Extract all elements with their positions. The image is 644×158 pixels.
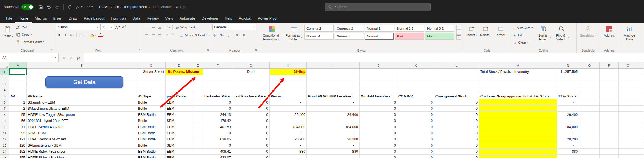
- cell-A15[interactable]: 155: [9, 155, 27, 158]
- cell-M8[interactable]: [479, 112, 557, 118]
- cell-P8[interactable]: [600, 112, 619, 118]
- cell-A6[interactable]: 1: [9, 99, 27, 106]
- cell-N14[interactable]: 880: [557, 149, 579, 155]
- font-dialog-launcher-icon[interactable]: [138, 49, 141, 52]
- cell-F1[interactable]: [203, 69, 232, 75]
- align-bottom-button[interactable]: [157, 24, 163, 30]
- cell-B7[interactable]: $Maschinenstillstand EBM: [27, 106, 137, 112]
- cell-M3[interactable]: [479, 81, 557, 87]
- cell-C8[interactable]: EBM Bottle: [137, 112, 166, 118]
- share-mail-button[interactable]: ▾: [84, 4, 94, 11]
- cell-E12[interactable]: [193, 136, 203, 142]
- cell-M11[interactable]: [479, 130, 557, 136]
- cell-C5[interactable]: AV Type: [137, 93, 166, 99]
- cell-A7[interactable]: 2: [9, 106, 27, 112]
- cell-style-normal[interactable]: Normal: [365, 33, 394, 40]
- fill-button[interactable]: Fill▾: [512, 32, 534, 38]
- bold-button[interactable]: B: [56, 32, 62, 38]
- cell-C9[interactable]: Bottle: [137, 118, 166, 124]
- column-header-O[interactable]: O: [579, 62, 600, 69]
- cell-L13[interactable]: 0: [434, 142, 479, 149]
- cell-F2[interactable]: [203, 75, 232, 81]
- cell-D15[interactable]: EBM: [166, 155, 193, 158]
- cell-Q14[interactable]: [619, 149, 638, 155]
- cell-N11[interactable]: -: [557, 130, 579, 136]
- cell-C3[interactable]: [137, 81, 166, 87]
- paste-button[interactable]: Paste▾: [1, 24, 14, 48]
- cell-O4[interactable]: [579, 87, 600, 93]
- cell-N1[interactable]: 11,257,505: [557, 69, 579, 75]
- cell-J7[interactable]: 0: [360, 106, 397, 112]
- cell-P9[interactable]: [600, 118, 619, 124]
- cell-style-normal-2[interactable]: Normal 2: [365, 25, 394, 32]
- cell-K11[interactable]: 0: [397, 130, 434, 136]
- cell-L9[interactable]: 0: [434, 118, 479, 124]
- row-header-1[interactable]: 1: [0, 69, 9, 75]
- cell-K3[interactable]: [397, 81, 434, 87]
- cell-P6[interactable]: [600, 99, 619, 106]
- align-top-button[interactable]: [144, 24, 150, 30]
- cell-E10[interactable]: [193, 124, 203, 130]
- cell-E5[interactable]: [193, 93, 203, 99]
- cell-H13[interactable]: -: [270, 142, 307, 149]
- cell-N4[interactable]: [557, 87, 579, 93]
- redo-button[interactable]: [53, 4, 61, 11]
- cell-I6[interactable]: -: [307, 99, 360, 106]
- cell-Q4[interactable]: [619, 87, 638, 93]
- cell-Q6[interactable]: [619, 99, 638, 106]
- cell-G1[interactable]: Date: [232, 69, 270, 75]
- cell-L3[interactable]: [434, 81, 479, 87]
- cell-C7[interactable]: Bottle: [137, 106, 166, 112]
- cell-A4[interactable]: [9, 87, 27, 93]
- cell-C6[interactable]: Bottle: [137, 99, 166, 106]
- cell-K15[interactable]: 0: [397, 155, 434, 158]
- column-header-H[interactable]: H: [270, 62, 307, 69]
- search-box[interactable]: Search: [325, 3, 431, 11]
- cell-F4[interactable]: [203, 87, 232, 93]
- column-header-I[interactable]: I: [307, 62, 360, 69]
- column-header-B[interactable]: B: [27, 62, 137, 69]
- cell-A14[interactable]: 152: [9, 149, 27, 155]
- cell-K14[interactable]: 0: [397, 149, 434, 155]
- autosave-toggle[interactable]: AutoSave On: [4, 4, 34, 10]
- cell-Q2[interactable]: [619, 75, 638, 81]
- cell-D13[interactable]: SBM: [166, 142, 193, 149]
- cell-H6[interactable]: -: [270, 99, 307, 106]
- cell-M2[interactable]: [479, 75, 557, 81]
- cell-J13[interactable]: 0: [360, 142, 397, 149]
- cell-P1[interactable]: [600, 69, 619, 75]
- column-header-N[interactable]: N: [557, 62, 579, 69]
- clipboard-dialog-launcher-icon[interactable]: [50, 49, 53, 52]
- cell-Q1[interactable]: [619, 69, 638, 75]
- cell-P4[interactable]: [600, 87, 619, 93]
- cell-G12[interactable]: 0: [232, 136, 270, 142]
- menu-tab-formulas[interactable]: Formulas: [108, 14, 129, 23]
- menu-tab-power-pivot[interactable]: Power Pivot: [255, 14, 281, 23]
- cell-K13[interactable]: 0: [397, 142, 434, 149]
- row-header-4[interactable]: 4: [0, 87, 9, 93]
- row-header-12[interactable]: 12: [0, 136, 9, 142]
- cell-F10[interactable]: 401.53: [203, 124, 232, 130]
- cell-K5[interactable]: COA-INV: [397, 93, 434, 99]
- menu-tab-macros[interactable]: Macros: [32, 14, 50, 23]
- cell-O1[interactable]: [579, 69, 600, 75]
- delete-cells-button[interactable]: Delete▾: [479, 24, 493, 48]
- cell-D3[interactable]: [166, 81, 193, 87]
- cell-M6[interactable]: [479, 99, 557, 106]
- cell-J9[interactable]: 0: [360, 118, 397, 124]
- align-left-button[interactable]: [144, 32, 150, 38]
- cell-B11[interactable]: $PM - EBM: [27, 130, 137, 136]
- cell-J5[interactable]: On-Hold Inventory :: [360, 93, 397, 99]
- row-header-9[interactable]: 9: [0, 118, 9, 124]
- cell-B1[interactable]: [27, 69, 137, 75]
- merge-center-button[interactable]: Merge & Center ▾: [178, 32, 211, 38]
- font-name-select[interactable]: Calibri▾: [56, 24, 100, 30]
- row-header-3[interactable]: 3: [0, 81, 9, 87]
- cell-F13[interactable]: 0: [203, 142, 232, 149]
- cell-L8[interactable]: 0: [434, 112, 479, 118]
- cell-style-normal-3-2[interactable]: Normal 3 2: [425, 25, 454, 32]
- cell-I2[interactable]: [307, 75, 360, 81]
- number-dialog-launcher-icon[interactable]: [255, 49, 258, 52]
- column-header-F[interactable]: F: [203, 62, 232, 69]
- cell-D7[interactable]: EBM: [166, 106, 193, 112]
